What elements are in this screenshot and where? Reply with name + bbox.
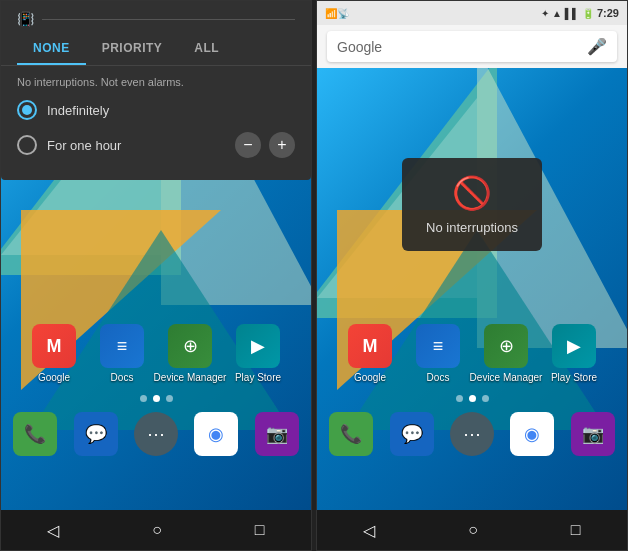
recents-button-right[interactable]: □ bbox=[565, 515, 587, 545]
option-indefinitely[interactable]: Indefinitely bbox=[17, 100, 295, 120]
radio-indefinitely bbox=[17, 100, 37, 120]
page-dots-right bbox=[317, 395, 627, 402]
no-interruptions-icon: 🚫 bbox=[452, 174, 492, 212]
home-area-left: M Google ≡ Docs ⊕ Device Manager ▶ Play … bbox=[1, 316, 311, 462]
dock-phone-left[interactable]: 📞 bbox=[11, 412, 59, 456]
app-play-right[interactable]: ▶ Play Store bbox=[548, 324, 600, 383]
app-devmgr-left[interactable]: ⊕ Device Manager bbox=[164, 324, 216, 383]
dock-chrome-left[interactable]: ◉ bbox=[192, 412, 240, 456]
nav-bar-right: ◁ ○ □ bbox=[317, 510, 627, 550]
dock-camera-left[interactable]: 📷 bbox=[253, 412, 301, 456]
notif-body: No interruptions. Not even alarms. Indef… bbox=[1, 66, 311, 180]
app-row-left: M Google ≡ Docs ⊕ Device Manager ▶ Play … bbox=[1, 316, 311, 391]
home-button-right[interactable]: ○ bbox=[462, 515, 484, 545]
app-play-left[interactable]: ▶ Play Store bbox=[232, 324, 284, 383]
option-indefinitely-label: Indefinitely bbox=[47, 103, 295, 118]
app-gmail-left[interactable]: M Google bbox=[28, 324, 80, 383]
notif-divider bbox=[42, 19, 295, 20]
signal-icon-right: ▌▌ bbox=[565, 8, 579, 19]
option-one-hour-label: For one hour bbox=[47, 138, 225, 153]
dock-chat-left[interactable]: 💬 bbox=[71, 412, 119, 456]
minus-button[interactable]: − bbox=[235, 132, 261, 158]
mic-icon: 🎤 bbox=[587, 37, 607, 56]
radio-one-hour bbox=[17, 135, 37, 155]
search-bar[interactable]: Google 🎤 bbox=[327, 31, 617, 62]
nav-bar-left: ◁ ○ □ bbox=[1, 510, 311, 550]
home-button-left[interactable]: ○ bbox=[146, 515, 168, 545]
search-bar-container: Google 🎤 bbox=[317, 25, 627, 68]
plus-button[interactable]: + bbox=[269, 132, 295, 158]
left-phone: 📳 ✦ ▲ ▌▌ 🔋 7:29 📳 NONE PRIORITY ALL No i… bbox=[0, 0, 312, 551]
recents-button-left[interactable]: □ bbox=[249, 515, 271, 545]
app-docs-right[interactable]: ≡ Docs bbox=[412, 324, 464, 383]
right-phone: 📶📡 ✦ ▲ ▌▌ 🔋 7:29 Google 🎤 🚫 No interrupt… bbox=[316, 0, 628, 551]
tab-priority[interactable]: PRIORITY bbox=[86, 33, 179, 65]
dock-apps-right[interactable]: ⋯ bbox=[448, 412, 496, 456]
bluetooth-icon-right: ✦ bbox=[541, 8, 549, 19]
vibrate-header-icon: 📳 bbox=[17, 11, 34, 27]
dock-right: 📞 💬 ⋯ ◉ 📷 bbox=[317, 408, 627, 462]
search-text: Google bbox=[337, 39, 579, 55]
app-gmail-right[interactable]: M Google bbox=[344, 324, 396, 383]
home-area-right: M Google ≡ Docs ⊕ Device Manager ▶ Play … bbox=[317, 316, 627, 462]
notification-dropdown: 📳 NONE PRIORITY ALL No interruptions. No… bbox=[1, 1, 311, 180]
app-row-right: M Google ≡ Docs ⊕ Device Manager ▶ Play … bbox=[317, 316, 627, 391]
tab-all[interactable]: ALL bbox=[178, 33, 235, 65]
notif-tabs: NONE PRIORITY ALL bbox=[1, 33, 311, 66]
no-interruptions-label: No interruptions bbox=[426, 220, 518, 235]
dock-apps-left[interactable]: ⋯ bbox=[132, 412, 180, 456]
hour-controls: − + bbox=[235, 132, 295, 158]
battery-icon-right: 🔋 bbox=[582, 8, 594, 19]
option-one-hour[interactable]: For one hour − + bbox=[17, 132, 295, 158]
page-dots-left bbox=[1, 395, 311, 402]
notif-header: 📳 bbox=[1, 1, 311, 33]
time-right: 7:29 bbox=[597, 7, 619, 19]
app-docs-left[interactable]: ≡ Docs bbox=[96, 324, 148, 383]
app-devmgr-right[interactable]: ⊕ Device Manager bbox=[480, 324, 532, 383]
dock-left: 📞 💬 ⋯ ◉ 📷 bbox=[1, 408, 311, 462]
dock-chrome-right[interactable]: ◉ bbox=[508, 412, 556, 456]
dock-camera-right[interactable]: 📷 bbox=[569, 412, 617, 456]
notif-description: No interruptions. Not even alarms. bbox=[17, 76, 295, 88]
tab-none[interactable]: NONE bbox=[17, 33, 86, 65]
status-bar-right: 📶📡 ✦ ▲ ▌▌ 🔋 7:29 bbox=[317, 1, 627, 25]
dock-chat-right[interactable]: 💬 bbox=[387, 412, 435, 456]
dock-phone-right[interactable]: 📞 bbox=[327, 412, 375, 456]
back-button-right[interactable]: ◁ bbox=[357, 515, 381, 546]
no-interruptions-toast: 🚫 No interruptions bbox=[402, 158, 542, 251]
wifi-icon-right: ▲ bbox=[552, 8, 562, 19]
wallpaper-right: 🚫 No interruptions M Google ≡ Docs ⊕ Dev… bbox=[317, 68, 627, 510]
back-button-left[interactable]: ◁ bbox=[41, 515, 65, 546]
status-icons-right: 📶📡 bbox=[325, 8, 349, 19]
